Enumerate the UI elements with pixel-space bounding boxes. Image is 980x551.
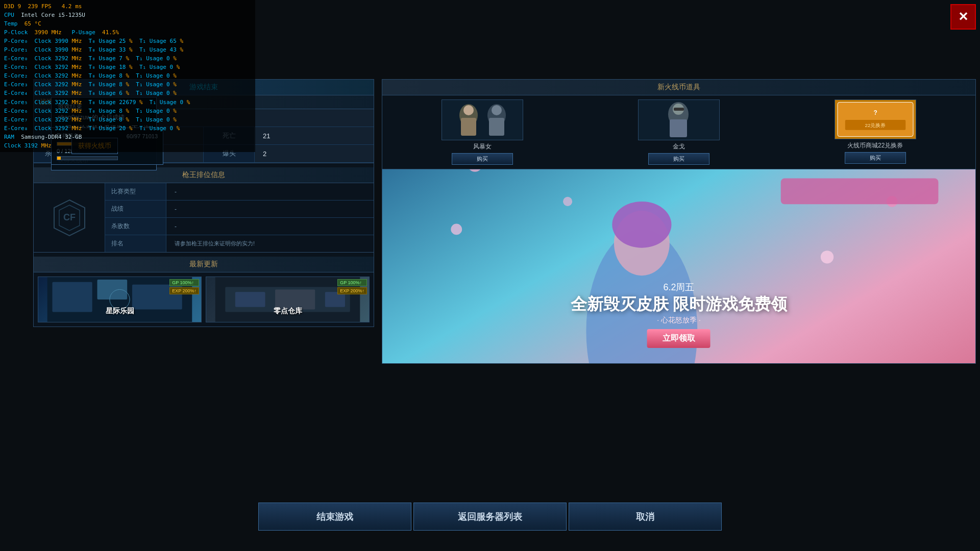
return-server-button[interactable]: 返回服务器列表 [413,503,567,531]
fire-coin-title: 新火线币道具 [657,83,700,91]
progress-bar2-fill [57,157,61,160]
hud-fps: 239 [28,3,38,10]
item-name-2: 金戈 [673,142,685,151]
updates-title: 最新更新 [189,260,218,268]
item-image-2 [638,99,720,140]
gk-match-type-label: 比赛类型 [105,183,166,200]
svg-rect-19 [489,118,504,136]
hud-temp-label: Temp [4,20,18,27]
headshots-value: 2 [255,145,374,162]
update-card-2-badge: GP 100%↑ EXP 200%↑ [337,279,367,294]
hud-fps-label: FPS [41,3,58,10]
hud-pusage-label: P-Usage [65,29,95,36]
updates-section: 最新更新 GP 100%↑ EXP 200%↑ [34,257,374,327]
gk-rank-label: 排名 [105,235,166,252]
svg-point-41 [612,202,671,248]
updates-header: 最新更新 [34,257,374,272]
close-icon: ✕ [958,10,968,24]
update-card-1-title: 星际乐园 [38,305,201,318]
gun-king-title: 枪王排位信息 [182,170,225,179]
cf-logo-icon: CF [49,197,90,238]
svg-rect-26 [838,102,913,136]
cancel-button[interactable]: 取消 [569,503,722,531]
gk-record-val: - [166,201,374,217]
svg-rect-13 [443,100,522,140]
fire-coin-items: 风暴女 购买 金戈 购买 [382,95,975,169]
badge-gp-2: GP 100%↑ [337,279,367,286]
badge-exp-1: EXP 200%↑ [169,287,199,294]
hud-d3d: D3D 9 [4,3,21,10]
gk-kills-label: 杀敌数 [105,218,166,235]
voucher-image: ? 22兑换券 [835,99,916,139]
end-game-button[interactable]: 结束游戏 [258,503,411,531]
svg-point-15 [463,105,474,115]
close-button[interactable]: ✕ [950,4,976,30]
gk-kills-val: - [166,218,374,235]
hud-cpu-name: Intel Core i5-1235U [18,12,85,18]
svg-point-36 [821,251,834,263]
gk-kills-row: 杀敌数 - [105,218,374,235]
ad-banner: 穿越火线 [382,169,975,363]
hud-ram-label: RAM [4,134,14,140]
ad-sub-text: · 心花怒放季 · [571,316,788,325]
gk-record-row: 战绩 - [105,201,374,218]
fire-coin-item-3: ? 22兑换券 火线币商城22兑换券 购买 [829,99,921,165]
gun-king-content: CF 比赛类型 - 战绩 - 杀敌数 - 排名 请参加枪王排位来证明 [34,183,374,252]
right-panel: 新火线币道具 风暴女 购买 [382,79,976,364]
svg-rect-5 [97,280,128,299]
hud-ms-label: ms [75,3,82,10]
update-card-2[interactable]: GP 100%↑ EXP 200%↑ 零点仓库 [206,277,370,322]
gun-king-stats: 比赛类型 - 战绩 - 杀敌数 - 排名 请参加枪王排位来证明你的实力! [105,183,374,252]
item-image-3: ? 22兑换券 [835,99,916,139]
svg-point-33 [451,223,462,235]
gk-rank-row: 排名 请参加枪王排位来证明你的实力! [105,235,374,252]
progress-bar2 [57,156,118,160]
item-buy-btn-1[interactable]: 购买 [452,153,513,165]
item-name-1: 风暴女 [473,142,492,151]
hud-cpu-label: CPU [4,12,14,18]
hud-pusage-val: 41.5% [99,29,119,36]
fire-coin-header: 新火线币道具 [382,80,975,95]
character-portrait-1 [443,100,522,140]
hud-temp-val: 65 °C [21,20,41,27]
svg-point-37 [563,197,572,206]
item-name-3: 火线币商城22兑换券 [847,141,903,150]
hud-clock-label: Clock 3192 MHz [4,142,52,149]
fire-coin-item-2: 金戈 购买 [633,99,725,165]
deaths-value: 21 [255,127,374,144]
svg-point-18 [492,105,502,115]
update-card-1[interactable]: GP 100%↑ EXP 200%↑ 星际乐园 [38,277,202,322]
gun-king-section: 枪王排位信息 CF 比赛类型 - 战绩 - 杀敌 [34,167,374,253]
gk-match-type-val: - [166,183,374,200]
badge-exp-2: EXP 200%↑ [337,287,367,294]
ad-main-text: 全新毁灭皮肤 限时游戏免费领 [571,293,788,316]
gk-match-type-row: 比赛类型 - [105,183,374,201]
hud-pclock-val: 3990 MHz [31,29,62,36]
hud-ms: 4.2 [62,3,72,10]
svg-rect-16 [461,118,476,136]
bottom-buttons: 结束游戏 返回服务器列表 取消 [33,503,947,531]
item-buy-btn-3[interactable]: 购买 [845,152,906,164]
svg-text:CF: CF [63,212,76,222]
svg-text:22兑换券: 22兑换券 [865,122,886,128]
update-card-1-badge: GP 100%↑ EXP 200%↑ [169,279,199,294]
hud-ram-val: Samsung-DDR4 32-GB [18,134,82,140]
gun-king-icon: CF [34,183,105,252]
updates-content: GP 100%↑ EXP 200%↑ 星际乐园 GP 1 [34,272,374,327]
gk-rank-note: 请参加枪王排位来证明你的实力! [166,235,374,252]
ad-banner-text: 6.2周五 全新毁灭皮肤 限时游戏免费领 · 心花怒放季 · 立即领取 [571,281,788,348]
ad-claim-button[interactable]: 立即领取 [647,329,710,348]
svg-rect-44 [781,179,939,205]
svg-rect-23 [670,119,687,137]
gk-record-label: 战绩 [105,201,166,217]
update-card-2-title: 零点仓库 [206,305,369,318]
item-buy-btn-2[interactable]: 购买 [648,153,709,165]
badge-gp-1: GP 100%↑ [169,279,199,286]
item-image-1 [442,99,523,140]
hud-overlay: D3D 9 239 FPS 4.2 ms CPU Intel Core i5-1… [0,0,255,152]
ad-date-text: 6.2周五 [571,281,788,293]
hud-pclock-label: P-Clock [4,29,28,36]
svg-text:?: ? [873,109,877,116]
fire-coin-item-1: 风暴女 购买 [436,99,528,165]
svg-rect-24 [674,108,684,111]
